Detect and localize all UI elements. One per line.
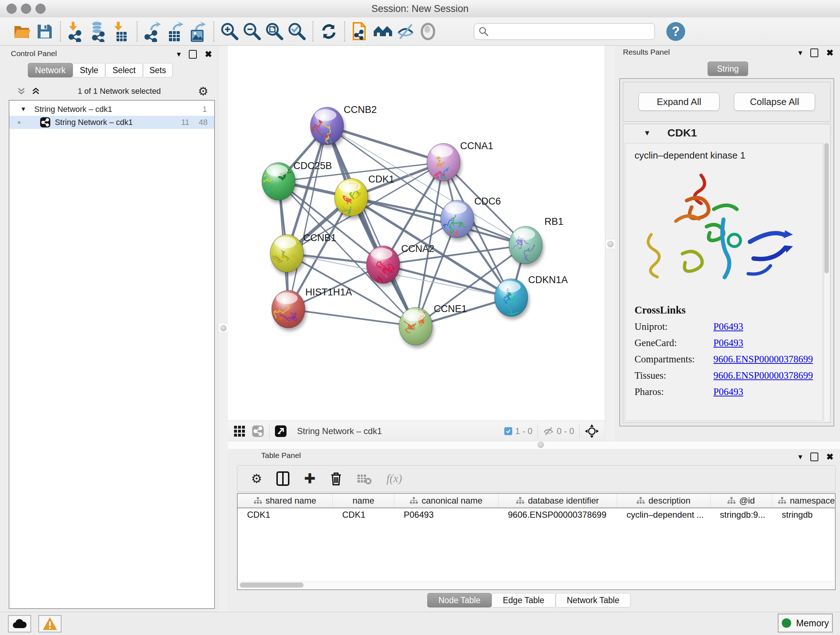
table-cell[interactable]: P06493 bbox=[394, 510, 499, 520]
column-header--id[interactable]: @id bbox=[711, 494, 772, 508]
tab-edge-table[interactable]: Edge Table bbox=[492, 593, 556, 608]
network-share-icon[interactable] bbox=[252, 425, 264, 437]
hide-selection-button[interactable] bbox=[394, 20, 417, 43]
network-node-cdk1[interactable] bbox=[335, 179, 368, 216]
expand-all-chevron-icon[interactable] bbox=[31, 87, 41, 96]
column-header-database-identifier[interactable]: database identifier bbox=[499, 494, 617, 508]
tab-select[interactable]: Select bbox=[105, 63, 143, 78]
panel-float-icon[interactable] bbox=[810, 49, 818, 57]
panel-close-icon[interactable]: ✖ bbox=[826, 453, 834, 461]
column-header-shared-name[interactable]: shared name bbox=[238, 494, 333, 508]
import-table-file-button[interactable] bbox=[110, 20, 133, 43]
table-horizontal-scrollbar[interactable] bbox=[238, 581, 834, 589]
tab-node-table[interactable]: Node Table bbox=[427, 593, 492, 608]
table-cell[interactable]: cyclin–dependent ... bbox=[617, 510, 711, 520]
column-header-namespace[interactable]: namespace bbox=[772, 494, 836, 508]
table-cell[interactable]: stringdb bbox=[772, 510, 836, 520]
collection-expanded-icon[interactable]: ▼ bbox=[20, 106, 27, 113]
birdseye-crosshair-icon[interactable] bbox=[584, 424, 599, 439]
save-session-button[interactable] bbox=[33, 20, 56, 43]
expand-all-button[interactable]: Expand All bbox=[638, 93, 720, 111]
panel-menu-icon[interactable]: ▾ bbox=[798, 453, 802, 461]
network-node-hist1h1a[interactable] bbox=[269, 290, 305, 328]
zoom-out-button[interactable] bbox=[241, 20, 264, 43]
column-header-name[interactable]: name bbox=[333, 494, 394, 508]
table-options-gear-icon[interactable]: ⚙ bbox=[251, 472, 262, 485]
column-header-canonical-name[interactable]: canonical name bbox=[394, 494, 499, 508]
panel-close-icon[interactable]: ✖ bbox=[205, 50, 212, 59]
results-scrollbar-thumb[interactable] bbox=[824, 143, 829, 273]
tab-network[interactable]: Network bbox=[28, 63, 73, 78]
zoom-fit-button[interactable] bbox=[264, 20, 286, 43]
crosslink-link[interactable]: P06493 bbox=[714, 321, 744, 333]
collapse-all-chevron-icon[interactable] bbox=[17, 87, 26, 96]
export-table-button[interactable] bbox=[164, 20, 187, 43]
network-edge[interactable] bbox=[327, 126, 444, 162]
crosslink-link[interactable]: 9606.ENSP00000378699 bbox=[714, 354, 813, 365]
panel-close-icon[interactable]: ✖ bbox=[826, 49, 834, 57]
splitter-handle[interactable] bbox=[218, 323, 228, 333]
add-column-icon[interactable]: ✚ bbox=[304, 472, 316, 486]
search-input[interactable] bbox=[474, 23, 655, 40]
tab-network-table[interactable]: Network Table bbox=[556, 593, 630, 608]
column-header-description[interactable]: description bbox=[617, 494, 711, 508]
network-node-ccnb2[interactable] bbox=[308, 107, 344, 151]
crosslink-link[interactable]: 9606.ENSP00000378699 bbox=[714, 370, 813, 381]
tab-style[interactable]: Style bbox=[73, 63, 105, 78]
cloud-status-button[interactable] bbox=[8, 615, 31, 632]
detach-view-icon[interactable] bbox=[275, 425, 287, 437]
export-image-button[interactable] bbox=[187, 20, 209, 43]
cdk1-section-header[interactable]: ▼ CDK1 bbox=[623, 124, 830, 141]
network-node-ccne1[interactable] bbox=[399, 307, 432, 345]
collapse-all-button[interactable]: Collapse All bbox=[734, 93, 815, 111]
zoom-in-button[interactable] bbox=[218, 20, 241, 43]
import-network-database-button[interactable] bbox=[88, 20, 110, 43]
network-node-cdc25b[interactable] bbox=[259, 163, 295, 200]
share-document-button[interactable] bbox=[349, 20, 372, 43]
table-cell[interactable]: CDK1 bbox=[238, 510, 333, 520]
crosslink-link[interactable]: P06493 bbox=[714, 386, 744, 397]
vertical-splitter-right[interactable] bbox=[605, 46, 616, 441]
tab-string[interactable]: String bbox=[707, 62, 748, 76]
crosslink-link[interactable]: P06493 bbox=[714, 337, 744, 348]
show-columns-icon[interactable] bbox=[276, 471, 289, 486]
network-canvas[interactable]: CCNB2CCNA1CDC25BCDK1CDC6RB1CCNB1CCNA2CDK… bbox=[228, 46, 605, 421]
selected-checkbox-icon[interactable] bbox=[504, 427, 512, 435]
network-row-selected[interactable]: ● String Network – cdk1 11 48 bbox=[9, 116, 214, 129]
grid-view-icon[interactable] bbox=[234, 425, 245, 437]
table-cell[interactable]: stringdb:9... bbox=[711, 510, 772, 520]
home-button[interactable] bbox=[372, 20, 394, 43]
network-node-cdkn1a[interactable] bbox=[494, 279, 528, 318]
import-network-file-button[interactable] bbox=[65, 20, 88, 43]
splitter-handle[interactable] bbox=[605, 239, 615, 249]
tab-sets[interactable]: Sets bbox=[143, 63, 172, 78]
show-all-button[interactable] bbox=[417, 20, 439, 43]
network-edge[interactable] bbox=[288, 309, 416, 326]
network-collection-row[interactable]: ▼ String Network – cdk1 1 bbox=[9, 103, 214, 116]
zoom-selected-button[interactable] bbox=[286, 20, 308, 43]
delete-column-trash-icon[interactable] bbox=[330, 471, 342, 486]
results-scrollbar[interactable] bbox=[824, 143, 829, 421]
warning-status-button[interactable] bbox=[38, 615, 62, 632]
splitter-handle[interactable] bbox=[536, 440, 545, 449]
help-button[interactable]: ? bbox=[666, 22, 685, 41]
network-options-gear-icon[interactable]: ⚙ bbox=[198, 86, 208, 97]
panel-menu-icon[interactable]: ▾ bbox=[798, 49, 802, 57]
panel-float-icon[interactable] bbox=[189, 50, 197, 59]
vertical-splitter-left[interactable] bbox=[218, 46, 229, 612]
network-edge[interactable] bbox=[288, 126, 327, 309]
open-session-button[interactable] bbox=[11, 20, 33, 43]
horizontal-splitter[interactable] bbox=[228, 441, 840, 450]
panel-menu-icon[interactable]: ▾ bbox=[177, 50, 181, 58]
table-cell[interactable]: CDK1 bbox=[333, 510, 394, 520]
panel-float-icon[interactable] bbox=[810, 453, 818, 461]
network-graph[interactable]: CCNB2CCNA1CDC25BCDK1CDC6RB1CCNB1CCNA2CDK… bbox=[228, 46, 605, 421]
refresh-button[interactable] bbox=[317, 20, 340, 43]
network-node-rb1[interactable] bbox=[498, 226, 542, 264]
table-scrollbar-thumb[interactable] bbox=[240, 583, 303, 587]
export-network-button[interactable] bbox=[142, 20, 164, 43]
table-row[interactable]: CDK1CDK1P064939606.ENSP00000378699cyclin… bbox=[238, 508, 835, 521]
table-cell[interactable]: 9606.ENSP00000378699 bbox=[499, 510, 617, 520]
memory-button[interactable]: Memory bbox=[778, 614, 833, 632]
section-expanded-icon[interactable]: ▼ bbox=[644, 129, 651, 137]
